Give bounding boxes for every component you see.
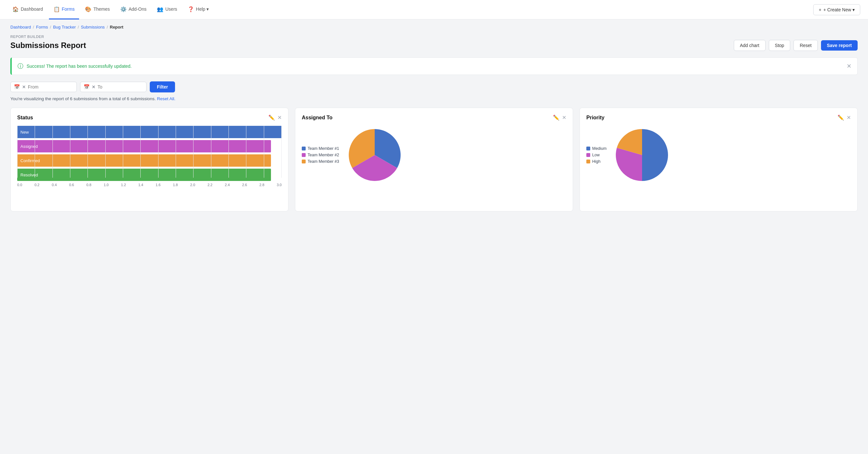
assigned-to-close-button[interactable]: ✕	[562, 115, 566, 121]
nav-users[interactable]: 👥 Users	[152, 0, 182, 20]
users-icon: 👥	[157, 6, 163, 12]
forms-icon: 📋	[54, 6, 60, 12]
save-report-button[interactable]: Save report	[821, 40, 858, 51]
priority-close-button[interactable]: ✕	[847, 115, 851, 121]
legend-label-team3: Team Member #3	[308, 159, 339, 164]
visualize-text: You're visualizing the report of 6 submi…	[10, 96, 858, 101]
legend-dot-high	[586, 159, 590, 163]
breadcrumb-bug-tracker[interactable]: Bug Tracker	[53, 25, 76, 30]
priority-chart-header: Priority ✏️ ✕	[586, 115, 851, 121]
assigned-to-chart-title: Assigned To	[302, 115, 333, 121]
status-close-button[interactable]: ✕	[277, 115, 282, 121]
reset-button[interactable]: Reset	[794, 40, 818, 51]
create-new-button[interactable]: + + Create New ▾	[813, 4, 860, 15]
assigned-to-chart-card: Assigned To ✏️ ✕ Team Member #1 Team Mem…	[295, 108, 573, 211]
report-title: Submissions Report	[10, 41, 86, 50]
plus-icon: +	[819, 7, 821, 12]
main-nav: 🏠 Dashboard 📋 Forms 🎨 Themes ⚙️ Add-Ons …	[0, 0, 868, 20]
legend-medium: Medium	[586, 146, 607, 151]
priority-edit-button[interactable]: ✏️	[838, 115, 844, 121]
success-banner: ⓘ Success! The report has been successfu…	[10, 57, 858, 75]
report-label: REPORT BUILDER	[10, 35, 858, 38]
nav-forms[interactable]: 📋 Forms	[49, 0, 80, 20]
legend-team2: Team Member #2	[302, 153, 339, 157]
legend-dot-medium	[586, 147, 590, 150]
bar-new: New	[17, 126, 282, 138]
status-edit-button[interactable]: ✏️	[268, 115, 275, 121]
breadcrumb-sep-2: /	[50, 25, 51, 30]
clear-from-icon[interactable]: ✕	[22, 84, 26, 90]
charts-grid: Status ✏️ ✕	[10, 108, 858, 211]
bar-fill-confirmed: Confirmed	[17, 154, 271, 167]
assigned-to-legend: Team Member #1 Team Member #2 Team Membe…	[302, 146, 339, 164]
report-actions: Add chart Stop Reset Save report	[734, 40, 858, 51]
priority-chart-card: Priority ✏️ ✕ Medium Low	[580, 108, 858, 211]
bar-assigned: Assigned	[17, 140, 282, 152]
report-header: Submissions Report Add chart Stop Reset …	[10, 40, 858, 51]
stop-button[interactable]: Stop	[769, 40, 790, 51]
assigned-to-pie-svg	[345, 126, 404, 184]
filter-row: 📅 ✕ 📅 ✕ Filter	[10, 81, 858, 92]
nav-dashboard[interactable]: 🏠 Dashboard	[8, 0, 48, 20]
reset-all-link[interactable]: Reset All.	[157, 96, 175, 101]
to-date-input[interactable]	[98, 84, 143, 90]
banner-close-button[interactable]: ✕	[847, 63, 851, 70]
legend-team1: Team Member #1	[302, 146, 339, 151]
clear-to-icon[interactable]: ✕	[92, 84, 96, 90]
status-chart-header: Status ✏️ ✕	[17, 115, 282, 121]
breadcrumb-sep-4: /	[106, 25, 108, 30]
assigned-to-chart-header: Assigned To ✏️ ✕	[302, 115, 566, 121]
addons-icon: ⚙️	[120, 6, 127, 12]
bar-fill-new: New	[17, 126, 282, 138]
help-icon: ❓	[188, 6, 194, 12]
breadcrumb-submissions[interactable]: Submissions	[81, 25, 105, 30]
breadcrumb: Dashboard / Forms / Bug Tracker / Submis…	[0, 20, 868, 32]
add-chart-button[interactable]: Add chart	[734, 40, 766, 51]
legend-low: Low	[586, 153, 607, 157]
assigned-to-pie-wrap: Team Member #1 Team Member #2 Team Membe…	[302, 126, 566, 184]
breadcrumb-sep-1: /	[33, 25, 34, 30]
calendar-from-icon[interactable]: 📅	[14, 84, 20, 90]
priority-chart-title: Priority	[586, 115, 604, 121]
bar-confirmed: Confirmed	[17, 154, 282, 167]
priority-chart-actions: ✏️ ✕	[838, 115, 851, 121]
legend-label-medium: Medium	[592, 146, 607, 151]
breadcrumb-sep-3: /	[78, 25, 79, 30]
bar-fill-assigned: Assigned	[17, 140, 271, 152]
nav-links: 🏠 Dashboard 📋 Forms 🎨 Themes ⚙️ Add-Ons …	[8, 0, 813, 20]
breadcrumb-dashboard[interactable]: Dashboard	[10, 25, 31, 30]
nav-help[interactable]: ❓ Help ▾	[183, 0, 214, 20]
breadcrumb-current: Report	[110, 25, 123, 30]
nav-themes[interactable]: 🎨 Themes	[81, 0, 115, 20]
status-chart-actions: ✏️ ✕	[268, 115, 282, 121]
calendar-to-icon[interactable]: 📅	[84, 84, 90, 90]
status-chart-title: Status	[17, 115, 33, 121]
from-date-wrap: 📅 ✕	[10, 82, 77, 92]
legend-team3: Team Member #3	[302, 159, 339, 164]
success-text: ⓘ Success! The report has been successfu…	[18, 62, 132, 70]
main-content: REPORT BUILDER Submissions Report Add ch…	[0, 32, 868, 222]
from-date-input[interactable]	[28, 84, 73, 90]
legend-dot-team3	[302, 159, 306, 163]
success-message: Success! The report has been successfull…	[27, 64, 132, 69]
nav-addons[interactable]: ⚙️ Add-Ons	[116, 0, 151, 20]
assigned-to-edit-button[interactable]: ✏️	[553, 115, 559, 121]
status-chart-card: Status ✏️ ✕	[10, 108, 288, 211]
success-icon: ⓘ	[18, 62, 23, 70]
legend-high: High	[586, 159, 607, 164]
legend-label-high: High	[592, 159, 600, 164]
status-bar-chart: New Assigned Confirmed Resolved 0.0 0.2	[17, 126, 282, 187]
priority-legend: Medium Low High	[586, 146, 607, 164]
themes-icon: 🎨	[85, 6, 91, 12]
dashboard-icon: 🏠	[12, 6, 19, 12]
breadcrumb-forms[interactable]: Forms	[36, 25, 48, 30]
priority-pie-wrap: Medium Low High	[586, 126, 851, 184]
filter-button[interactable]: Filter	[150, 81, 175, 92]
legend-dot-team2	[302, 153, 306, 157]
to-date-wrap: 📅 ✕	[80, 82, 147, 92]
legend-dot-low	[586, 153, 590, 157]
legend-label-low: Low	[592, 153, 600, 157]
priority-pie-svg	[613, 126, 671, 184]
bar-fill-resolved: Resolved	[17, 169, 271, 181]
legend-label-team2: Team Member #2	[308, 153, 339, 157]
